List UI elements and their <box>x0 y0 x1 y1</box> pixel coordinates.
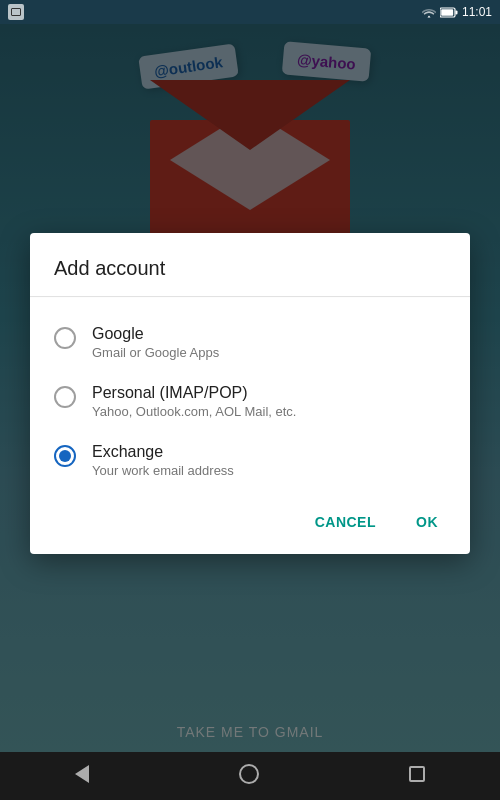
option-exchange[interactable]: Exchange Your work email address <box>30 431 470 490</box>
radio-exchange[interactable] <box>54 445 76 467</box>
dialog-actions: CANCEL OK <box>30 498 470 546</box>
option-google-title: Google <box>92 325 219 343</box>
dialog-options: Google Gmail or Google Apps Personal (IM… <box>30 305 470 498</box>
radio-google[interactable] <box>54 327 76 349</box>
home-button[interactable] <box>231 756 267 797</box>
option-google-subtitle: Gmail or Google Apps <box>92 345 219 360</box>
option-google-text: Google Gmail or Google Apps <box>92 325 219 360</box>
status-icons: 11:01 <box>422 5 492 19</box>
svg-rect-2 <box>441 9 453 16</box>
nav-bar <box>0 752 500 800</box>
svg-rect-1 <box>455 10 457 14</box>
option-personal-subtitle: Yahoo, Outlook.com, AOL Mail, etc. <box>92 404 296 419</box>
recents-icon <box>409 766 425 782</box>
option-exchange-title: Exchange <box>92 443 234 461</box>
back-button[interactable] <box>67 757 97 796</box>
battery-icon <box>440 7 458 18</box>
status-time: 11:01 <box>462 5 492 19</box>
option-personal[interactable]: Personal (IMAP/POP) Yahoo, Outlook.com, … <box>30 372 470 431</box>
recents-button[interactable] <box>401 758 433 795</box>
wifi-icon <box>422 7 436 18</box>
radio-exchange-dot <box>59 450 71 462</box>
add-account-dialog: Add account Google Gmail or Google Apps … <box>30 233 470 554</box>
option-google[interactable]: Google Gmail or Google Apps <box>30 313 470 372</box>
home-icon <box>239 764 259 784</box>
ok-button[interactable]: OK <box>400 506 454 538</box>
dialog-divider <box>30 296 470 297</box>
option-exchange-text: Exchange Your work email address <box>92 443 234 478</box>
back-icon <box>75 765 89 783</box>
screenshot-icon <box>8 4 24 20</box>
radio-personal[interactable] <box>54 386 76 408</box>
cancel-button[interactable]: CANCEL <box>299 506 392 538</box>
option-personal-text: Personal (IMAP/POP) Yahoo, Outlook.com, … <box>92 384 296 419</box>
option-personal-title: Personal (IMAP/POP) <box>92 384 296 402</box>
dialog-title: Add account <box>30 233 470 288</box>
status-bar: 11:01 <box>0 0 500 24</box>
option-exchange-subtitle: Your work email address <box>92 463 234 478</box>
